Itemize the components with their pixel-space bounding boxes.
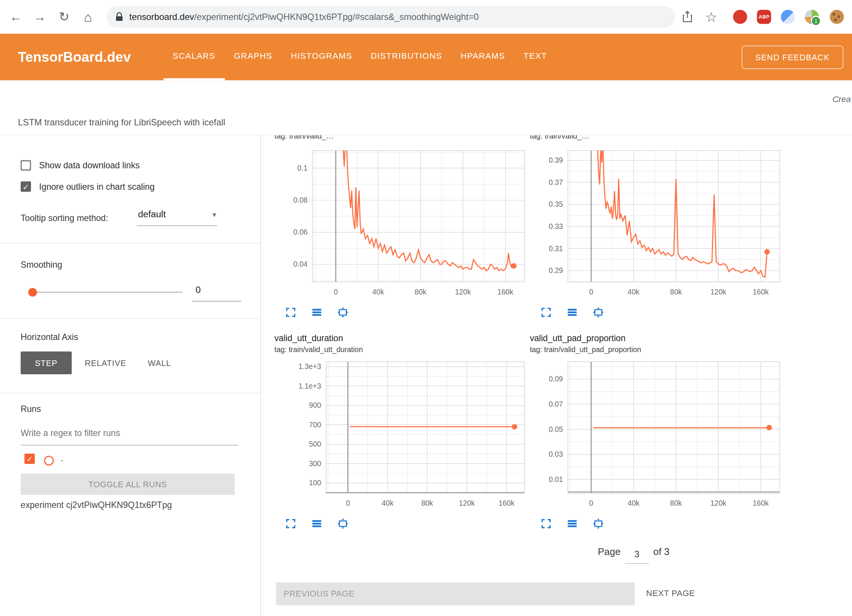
- chart-toolbar: [540, 517, 788, 530]
- show-download-links-label: Show data download links: [39, 160, 140, 170]
- avatar-extension-icon[interactable]: 1: [804, 9, 819, 24]
- smoothing-slider-thumb[interactable]: [28, 288, 37, 297]
- fullscreen-icon[interactable]: [540, 306, 553, 319]
- brand-logo[interactable]: TensorBoard.dev: [18, 49, 131, 65]
- svg-text:0.33: 0.33: [549, 222, 563, 230]
- abp-extension-icon[interactable]: ABP: [756, 9, 771, 24]
- svg-text:40k: 40k: [372, 288, 384, 296]
- runs-filter-input[interactable]: Write a regex to filter runs: [21, 428, 238, 445]
- ignore-outliers-checkbox[interactable]: ✓: [21, 181, 31, 192]
- chevron-down-icon: ▾: [212, 210, 216, 219]
- home-button[interactable]: ⌂: [76, 0, 99, 34]
- svg-text:1.3e+3: 1.3e+3: [299, 362, 321, 371]
- line-chart[interactable]: 0.010.030.050.070.09040k80k120k160k: [530, 356, 788, 512]
- axis-relative-button[interactable]: RELATIVE: [79, 351, 132, 374]
- url-bar[interactable]: tensorboard.dev/experiment/cj2vtPiwQHKN9…: [107, 6, 675, 28]
- svg-text:120k: 120k: [710, 499, 726, 507]
- axis-wall-button[interactable]: WALL: [142, 351, 176, 374]
- svg-text:80k: 80k: [670, 499, 682, 507]
- lock-icon: [115, 12, 124, 22]
- svg-text:1.1e+3: 1.1e+3: [299, 382, 321, 390]
- svg-text:0: 0: [589, 499, 593, 507]
- svg-text:0: 0: [589, 288, 593, 296]
- svg-text:0.08: 0.08: [293, 196, 308, 204]
- svg-text:0.31: 0.31: [549, 244, 563, 253]
- cookie-extension-icon[interactable]: [829, 9, 844, 24]
- tab-scalars[interactable]: SCALARS: [163, 34, 225, 80]
- data-table-icon[interactable]: [310, 517, 324, 530]
- tab-histograms[interactable]: HISTOGRAMS: [282, 34, 362, 80]
- svg-text:120k: 120k: [459, 499, 475, 507]
- fullscreen-icon[interactable]: [284, 306, 298, 319]
- data-table-icon[interactable]: [566, 517, 579, 530]
- data-table-icon[interactable]: [310, 306, 324, 319]
- reload-button[interactable]: ↻: [53, 0, 76, 34]
- fit-domain-icon[interactable]: [592, 517, 605, 530]
- svg-text:0.04: 0.04: [293, 260, 308, 268]
- axis-step-button[interactable]: STEP: [21, 351, 72, 374]
- clipped-chart-subtitle: tag: train/valid_…: [530, 135, 788, 140]
- settings-sidebar: Show data download links ✓ Ignore outlie…: [0, 135, 261, 616]
- fit-domain-icon[interactable]: [592, 306, 605, 319]
- svg-text:0: 0: [334, 288, 338, 296]
- svg-text:160k: 160k: [499, 499, 515, 507]
- line-chart[interactable]: 1003005007009001.1e+31.3e+3040k80k120k16…: [275, 356, 532, 512]
- forward-button[interactable]: →: [28, 0, 51, 34]
- svg-text:0.05: 0.05: [549, 425, 563, 433]
- svg-text:160k: 160k: [753, 499, 769, 507]
- page-of-label: of 3: [653, 546, 669, 558]
- chart-card-valid-utt-duration: valid_utt_duration tag: train/valid_utt_…: [275, 332, 532, 530]
- svg-text:500: 500: [309, 440, 321, 448]
- line-chart[interactable]: 0.290.310.330.350.370.39040k80k120k160k: [530, 145, 788, 300]
- fullscreen-icon[interactable]: [284, 517, 298, 530]
- chart-card-top-right: tag: train/valid_… 0.290.310.330.350.370…: [530, 135, 788, 319]
- show-download-links-checkbox[interactable]: [21, 160, 31, 171]
- fit-domain-icon[interactable]: [336, 306, 350, 319]
- star-icon: ☆: [705, 9, 717, 25]
- svg-text:160k: 160k: [497, 288, 513, 296]
- fullscreen-icon[interactable]: [540, 517, 553, 530]
- svg-text:0.35: 0.35: [549, 200, 563, 208]
- chart-card-valid-utt-pad-proportion: valid_utt_pad_proportion tag: train/vali…: [530, 332, 788, 530]
- svg-text:900: 900: [309, 401, 321, 409]
- tooltip-sorting-dropdown[interactable]: default ▾: [137, 209, 218, 226]
- data-table-icon[interactable]: [566, 306, 579, 319]
- svg-text:100: 100: [309, 479, 321, 487]
- reload-icon: ↻: [59, 9, 69, 24]
- back-button[interactable]: ←: [5, 0, 27, 34]
- blue-extension-icon[interactable]: [780, 9, 796, 24]
- extension-count-badge: 1: [811, 16, 821, 26]
- smoothing-slider-track[interactable]: [33, 292, 183, 293]
- next-page-button[interactable]: NEXT PAGE: [646, 588, 695, 598]
- horizontal-axis-label: Horizontal Axis: [21, 332, 78, 342]
- svg-text:300: 300: [309, 459, 321, 468]
- share-button[interactable]: [676, 0, 699, 34]
- svg-text:0.37: 0.37: [549, 178, 563, 186]
- line-chart[interactable]: 0.040.060.080.1040k80k120k160k: [275, 145, 532, 300]
- svg-text:80k: 80k: [670, 288, 682, 296]
- chart-card-top-left: tag: train/valid_… 0.040.060.080.1040k80…: [275, 135, 532, 319]
- chart-title: valid_utt_pad_proportion: [530, 332, 788, 345]
- home-icon: ⌂: [84, 9, 92, 25]
- tab-graphs[interactable]: GRAPHS: [225, 34, 282, 80]
- run-checkbox[interactable]: ✓: [24, 454, 35, 464]
- toggle-all-runs-button[interactable]: TOGGLE ALL RUNS: [21, 474, 235, 495]
- tooltip-sorting-label: Tooltip sorting method:: [21, 213, 108, 223]
- back-icon: ←: [9, 9, 22, 24]
- check-icon: ✓: [26, 454, 33, 463]
- tab-distributions[interactable]: DISTRIBUTIONS: [362, 34, 452, 80]
- experiment-id-label: experiment cj2vtPiwQHKN9Q1tx6PTpg: [21, 500, 172, 510]
- svg-text:0: 0: [346, 499, 350, 507]
- bookmark-button[interactable]: ☆: [700, 0, 723, 34]
- send-feedback-button[interactable]: SEND FEEDBACK: [742, 45, 843, 69]
- smoothing-value-input[interactable]: 0: [192, 285, 241, 302]
- page-number-input[interactable]: 3: [625, 549, 649, 564]
- browser-toolbar: ← → ↻ ⌂ tensorboard.dev/experiment/cj2vt…: [0, 0, 852, 34]
- tab-hparams[interactable]: HPARAMS: [451, 34, 514, 80]
- svg-text:40k: 40k: [628, 499, 640, 507]
- tab-text[interactable]: TEXT: [515, 34, 556, 80]
- fit-domain-icon[interactable]: [336, 517, 350, 530]
- check-icon: ✓: [23, 182, 29, 191]
- red-circle-extension-icon[interactable]: [733, 9, 748, 24]
- previous-page-button[interactable]: PREVIOUS PAGE: [276, 582, 635, 605]
